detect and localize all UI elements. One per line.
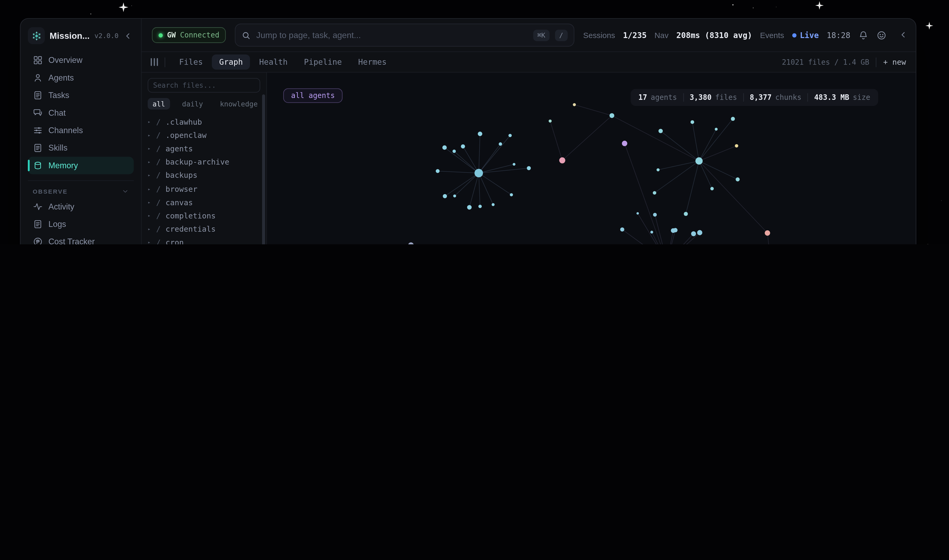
caret-right-icon[interactable]: ▸	[148, 146, 156, 151]
graph-node-satellite[interactable]	[691, 120, 694, 124]
graph-node-satellite[interactable]	[512, 163, 515, 166]
graph-node-satellite[interactable]	[673, 228, 677, 232]
graph-node-satellite[interactable]	[467, 205, 472, 209]
graph-node-satellite[interactable]	[657, 168, 660, 171]
graph-node-satellite[interactable]	[509, 134, 512, 137]
graph-node[interactable]	[549, 119, 552, 122]
tree-dir[interactable]: ▸/cron	[148, 236, 260, 245]
sidebar: Mission... v2.0.0 OverviewAgentsTasksCha…	[21, 19, 142, 245]
live-indicator[interactable]: Live	[792, 31, 819, 40]
tree-dir[interactable]: ▸/agents	[148, 142, 260, 155]
columns-icon[interactable]	[151, 58, 158, 66]
tab-health[interactable]: Health	[252, 54, 295, 69]
caret-right-icon[interactable]: ▸	[148, 119, 156, 125]
graph-node-hub-a[interactable]	[475, 169, 483, 177]
tree-dir[interactable]: ▸/backup-archive	[148, 155, 260, 169]
graph-edge	[574, 105, 612, 115]
caret-right-icon[interactable]: ▸	[148, 186, 156, 191]
graph-node-satellite[interactable]	[478, 132, 482, 136]
feedback-smiley-icon[interactable]	[876, 30, 887, 40]
sidebar-item-channels[interactable]: Channels	[28, 122, 134, 139]
graph-node-hub-b[interactable]	[695, 157, 703, 165]
divider	[743, 93, 744, 102]
caret-right-icon[interactable]: ▸	[148, 240, 156, 245]
graph-node[interactable]	[735, 144, 738, 148]
graph-node-satellite[interactable]	[653, 213, 657, 217]
graph-node-satellite[interactable]	[453, 194, 456, 197]
tree-dir[interactable]: ▸/completions	[148, 209, 260, 222]
graph-node[interactable]	[559, 157, 565, 163]
graph-node-satellite[interactable]	[684, 212, 688, 216]
graph-node-satellite[interactable]	[697, 230, 703, 235]
graph-node-satellite[interactable]	[443, 194, 447, 198]
graph-node-satellite[interactable]	[637, 212, 639, 214]
tab-pipeline[interactable]: Pipeline	[297, 54, 349, 69]
new-button[interactable]: + new	[883, 58, 906, 66]
graph-node-satellite[interactable]	[715, 128, 718, 131]
caret-right-icon[interactable]: ▸	[148, 159, 156, 165]
graph-node[interactable]	[573, 103, 576, 106]
sidebar-item-memory[interactable]: Memory	[28, 157, 134, 174]
tree-dir[interactable]: ▸/.openclaw	[148, 128, 260, 142]
graph-node[interactable]	[764, 230, 770, 236]
sidebar-item-logs[interactable]: Logs	[28, 215, 134, 233]
sidebar-item-tasks[interactable]: Tasks	[28, 87, 134, 104]
graph-node-satellite[interactable]	[452, 149, 456, 153]
graph-node[interactable]	[408, 242, 414, 245]
sidebar-collapse-icon[interactable]	[123, 31, 132, 40]
graph-node-satellite[interactable]	[653, 191, 656, 195]
scrollbar-thumb[interactable]	[262, 94, 265, 245]
graph-node-satellite[interactable]	[492, 203, 495, 206]
sidebar-item-skills[interactable]: Skills	[28, 139, 134, 157]
sidebar-item-chat[interactable]: Chat	[28, 104, 134, 122]
chevron-down-icon[interactable]	[122, 188, 129, 195]
graph-node-satellite[interactable]	[731, 117, 735, 121]
sidebar-item-agents[interactable]: Agents	[28, 69, 134, 86]
caret-right-icon[interactable]: ▸	[148, 226, 156, 232]
graph-node-satellite[interactable]	[510, 193, 513, 196]
graph-node-satellite[interactable]	[461, 144, 465, 148]
tab-graph[interactable]: Graph	[212, 54, 250, 69]
graph-node-satellite[interactable]	[736, 177, 740, 182]
sidebar-item-overview[interactable]: Overview	[28, 51, 134, 69]
tree-dir[interactable]: ▸/.clawhub	[148, 115, 260, 128]
graph-node-satellite[interactable]	[711, 187, 714, 191]
gateway-status-badge[interactable]: GW Connected	[152, 27, 226, 43]
tree-dir[interactable]: ▸/canvas	[148, 195, 260, 209]
graph-node-satellite[interactable]	[620, 228, 624, 232]
search-placeholder: Jump to page, task, agent...	[256, 30, 528, 40]
sidebar-item-cost-tracker[interactable]: Cost Tracker	[28, 233, 134, 245]
caret-right-icon[interactable]: ▸	[148, 199, 156, 205]
caret-right-icon[interactable]: ▸	[148, 213, 156, 218]
notifications-bell-icon[interactable]	[858, 30, 868, 40]
graph-node[interactable]	[609, 113, 614, 118]
tree-dir[interactable]: ▸/browser	[148, 182, 260, 195]
panel-collapse-icon[interactable]	[899, 30, 908, 39]
file-search-input[interactable]: Search files...	[148, 78, 260, 93]
tab-files[interactable]: Files	[172, 54, 210, 69]
graph-node-satellite[interactable]	[442, 145, 447, 150]
graph-node-satellite[interactable]	[658, 129, 663, 133]
filter-daily[interactable]: daily	[177, 98, 208, 109]
agents-filter-badge[interactable]: all agents	[283, 88, 343, 103]
filter-knowledge[interactable]: knowledge	[215, 98, 262, 109]
graph-node-satellite[interactable]	[436, 169, 440, 173]
sidebar-item-label: Skills	[48, 143, 68, 152]
memory-graph-canvas[interactable]: jarvforgedevresearch all agents 17agents…	[267, 72, 916, 245]
star	[90, 13, 91, 14]
graph-node[interactable]	[622, 141, 628, 146]
caret-right-icon[interactable]: ▸	[148, 173, 156, 178]
tab-hermes[interactable]: Hermes	[351, 54, 394, 69]
sidebar-item-activity[interactable]: Activity	[28, 198, 134, 215]
global-search-input[interactable]: Jump to page, task, agent... ⌘K /	[235, 23, 574, 46]
filter-all[interactable]: all	[148, 98, 170, 109]
graph-node-satellite[interactable]	[691, 231, 696, 236]
graph-node-satellite[interactable]	[478, 205, 482, 208]
graph-edge	[479, 135, 510, 173]
graph-node-satellite[interactable]	[651, 231, 654, 234]
tree-dir[interactable]: ▸/backups	[148, 169, 260, 182]
tree-dir[interactable]: ▸/credentials	[148, 222, 260, 236]
graph-node-satellite[interactable]	[527, 166, 531, 170]
graph-node-satellite[interactable]	[499, 142, 502, 146]
caret-right-icon[interactable]: ▸	[148, 132, 156, 138]
